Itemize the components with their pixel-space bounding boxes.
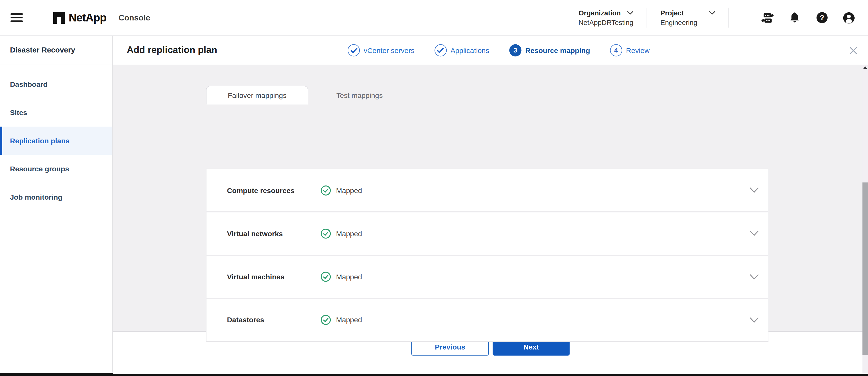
step-number-badge: 3: [509, 44, 521, 56]
mapped-check-icon: [321, 185, 331, 195]
chevron-down-icon[interactable]: [750, 317, 759, 323]
netapp-logo-text: NetApp: [69, 11, 106, 24]
help-icon[interactable]: ?: [815, 11, 828, 24]
sidebar-item-job-monitoring[interactable]: Job monitoring: [0, 183, 112, 211]
tab-failover-mappings[interactable]: Failover mappings: [206, 86, 309, 105]
organization-selector[interactable]: Organization NetAppDRTesting: [579, 9, 633, 26]
project-label: Project: [660, 9, 684, 17]
mapping-tabs: Failover mappings Test mappings: [206, 86, 411, 105]
project-value: Engineering: [660, 19, 715, 26]
netapp-logo: NetApp: [53, 11, 106, 24]
step-applications[interactable]: Applications: [434, 44, 489, 56]
mapping-row-datastores[interactable]: Datastores Mapped: [207, 298, 768, 341]
status-text: Mapped: [336, 186, 362, 194]
step-number-badge: 4: [610, 44, 622, 56]
status-text: Mapped: [336, 273, 362, 281]
sidebar-item-replication-plans[interactable]: Replication plans: [0, 127, 112, 155]
wizard-stepper: vCenter servers Applications 3 Resource …: [348, 36, 650, 65]
chevron-down-icon[interactable]: [750, 274, 759, 280]
page-title: Add replication plan: [127, 45, 217, 56]
data-transfer-icon[interactable]: [761, 11, 774, 24]
step-complete-check-icon: [434, 44, 446, 56]
status-text: Mapped: [336, 229, 362, 238]
wizard-header: Add replication plan vCenter servers App…: [113, 36, 868, 65]
netapp-console-app: NetApp Console Organization NetAppDRTest…: [0, 0, 868, 376]
mapping-row-compute-resources[interactable]: Compute resources Mapped: [207, 169, 768, 212]
divider: [647, 8, 647, 28]
mappings-panel: Compute resources Mapped: [206, 168, 769, 342]
chevron-down-icon: [709, 11, 715, 15]
top-bar: NetApp Console Organization NetAppDRTest…: [0, 0, 868, 36]
project-selector[interactable]: Project Engineering: [660, 9, 715, 26]
account-icon[interactable]: [842, 11, 855, 24]
netapp-logo-mark: [53, 12, 65, 24]
sidebar-item-sites[interactable]: Sites: [0, 98, 112, 127]
divider: [728, 8, 729, 28]
sidebar: Disaster Recovery Dashboard Sites Replic…: [0, 36, 113, 373]
mapping-row-virtual-networks[interactable]: Virtual networks Mapped: [207, 212, 768, 255]
mapped-check-icon: [321, 228, 331, 239]
sidebar-item-dashboard[interactable]: Dashboard: [0, 70, 112, 98]
step-resource-mapping[interactable]: 3 Resource mapping: [509, 44, 590, 56]
step-complete-check-icon: [348, 44, 360, 56]
main-area: Add replication plan vCenter servers App…: [113, 36, 868, 373]
mapped-check-icon: [321, 272, 331, 282]
vertical-scrollbar[interactable]: [863, 65, 868, 373]
scrollbar-up-arrow-icon[interactable]: [863, 66, 868, 69]
svg-text:?: ?: [819, 13, 824, 22]
tab-test-mappings[interactable]: Test mappings: [308, 86, 411, 105]
sidebar-header: Disaster Recovery: [0, 36, 112, 65]
hamburger-menu-icon[interactable]: [10, 13, 23, 22]
step-review[interactable]: 4 Review: [610, 44, 650, 56]
sidebar-item-resource-groups[interactable]: Resource groups: [0, 155, 112, 183]
chevron-down-icon: [627, 11, 633, 15]
status-text: Mapped: [336, 316, 362, 324]
chevron-down-icon[interactable]: [750, 231, 759, 237]
mapping-row-virtual-machines[interactable]: Virtual machines Mapped: [207, 255, 768, 298]
scrollbar-thumb[interactable]: [863, 183, 868, 355]
wizard-content: Failover mappings Test mappings Compute …: [113, 65, 868, 331]
top-bar-right: Organization NetAppDRTesting Project Eng…: [579, 8, 868, 28]
chevron-down-icon[interactable]: [750, 188, 759, 193]
mapped-check-icon: [321, 315, 331, 325]
notifications-bell-icon[interactable]: [788, 11, 801, 24]
product-name: Console: [118, 13, 150, 22]
step-vcenter-servers[interactable]: vCenter servers: [348, 44, 414, 56]
organization-value: NetAppDRTesting: [579, 19, 633, 26]
close-icon[interactable]: [848, 45, 858, 55]
organization-label: Organization: [579, 9, 621, 17]
